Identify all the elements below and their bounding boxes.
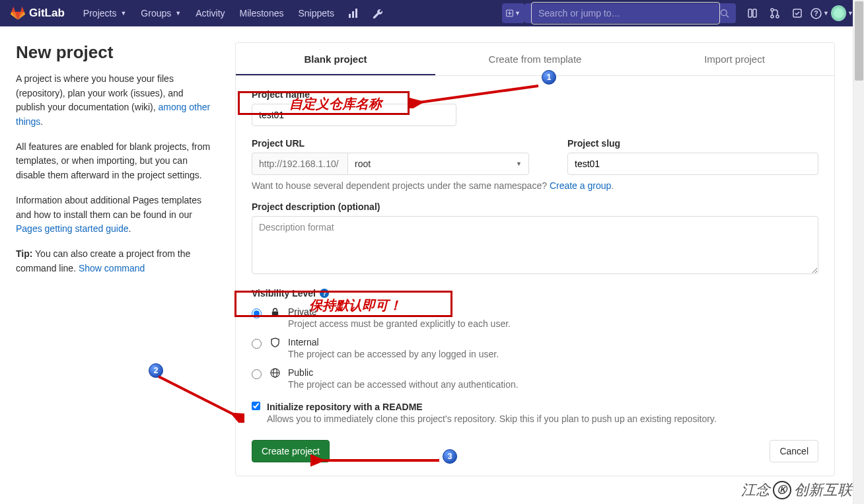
visibility-private[interactable]: PrivateProject access must be granted ex…	[252, 306, 818, 329]
scrollbar-thumb[interactable]	[855, 1, 863, 81]
brand-text: GitLab	[29, 7, 65, 20]
namespace-hint: Want to house several dependent projects…	[252, 180, 818, 191]
visibility-level-label: Visibility Level	[252, 288, 316, 299]
project-url-label: Project URL	[252, 138, 546, 149]
scrollbar[interactable]	[853, 0, 864, 503]
chevron-down-icon: ▼	[120, 10, 126, 17]
watermark: 江念 Ⓚ 创新互联	[741, 480, 852, 500]
project-slug-input[interactable]	[567, 153, 818, 175]
shield-icon	[270, 338, 280, 347]
chevron-down-icon: ▼	[175, 10, 181, 17]
tabs: Blank project Create from template Impor…	[236, 43, 834, 76]
merge-requests-icon[interactable]	[764, 3, 786, 23]
project-desc-label: Project description (optional)	[252, 201, 818, 212]
search-input[interactable]	[531, 2, 720, 24]
project-name-label: Project name	[252, 89, 818, 100]
main-nav: Projects▼ Groups▼ Activity Milestones Sn…	[77, 3, 388, 23]
svg-point-9	[776, 15, 779, 18]
page-title: New project	[16, 42, 214, 63]
chevron-down-icon: ▼	[515, 10, 521, 17]
pages-guide-link[interactable]: Pages getting started guide	[16, 223, 128, 234]
tab-import-project[interactable]: Import project	[635, 43, 834, 75]
visibility-private-radio[interactable]	[252, 308, 262, 318]
svg-rect-2	[355, 9, 357, 18]
help-icon[interactable]: ?▼	[809, 3, 831, 23]
svg-point-8	[771, 15, 774, 18]
create-project-button[interactable]: Create project	[252, 440, 330, 462]
nav-activity[interactable]: Activity	[189, 4, 231, 22]
nav-groups[interactable]: Groups▼	[134, 4, 188, 22]
svg-point-4	[721, 9, 727, 15]
chevron-down-icon: ▼	[823, 10, 829, 17]
svg-rect-5	[748, 9, 752, 17]
initialize-readme[interactable]: Initialize repository with a README Allo…	[252, 402, 818, 424]
svg-rect-1	[352, 11, 354, 18]
sidebar-info: New project A project is where you house…	[16, 42, 214, 476]
issues-icon[interactable]	[741, 3, 764, 23]
chevron-down-icon: ▼	[516, 161, 522, 167]
initialize-readme-checkbox[interactable]	[252, 402, 260, 410]
new-dropdown[interactable]: ▼	[502, 3, 524, 23]
visibility-internal-radio[interactable]	[252, 339, 262, 349]
top-nav: GitLab Projects▼ Groups▼ Activity Milest…	[0, 0, 864, 26]
svg-rect-6	[753, 9, 756, 17]
tanuki-icon	[11, 6, 25, 20]
wrench-icon[interactable]	[366, 3, 388, 23]
global-search[interactable]	[524, 3, 736, 23]
watermark-logo-icon: Ⓚ	[773, 481, 791, 499]
search-icon	[720, 9, 729, 18]
svg-text:?: ?	[814, 9, 818, 17]
nav-snippets[interactable]: Snippets	[291, 4, 340, 22]
show-command-link[interactable]: Show command	[79, 263, 145, 273]
visibility-public[interactable]: PublicThe project can be accessed withou…	[252, 367, 818, 390]
visibility-internal[interactable]: InternalThe project can be accessed by a…	[252, 337, 818, 359]
lock-icon	[270, 307, 280, 317]
nav-milestones[interactable]: Milestones	[233, 4, 291, 22]
svg-rect-0	[349, 14, 351, 18]
gitlab-logo[interactable]: GitLab	[11, 6, 65, 20]
project-url-base: http://192.168.1.10/	[252, 153, 347, 175]
cancel-button[interactable]: Cancel	[770, 440, 818, 462]
user-menu[interactable]: ▼	[831, 3, 853, 23]
project-slug-label: Project slug	[567, 138, 818, 149]
create-group-link[interactable]: Create a group	[550, 180, 611, 191]
globe-icon	[270, 368, 280, 378]
avatar	[831, 5, 846, 21]
project-name-input[interactable]	[252, 104, 456, 126]
tab-blank-project[interactable]: Blank project	[236, 43, 435, 75]
visibility-public-radio[interactable]	[252, 369, 262, 379]
help-icon[interactable]: ?	[320, 289, 329, 298]
project-desc-input[interactable]	[252, 216, 818, 274]
svg-rect-13	[271, 312, 277, 317]
svg-point-7	[771, 9, 774, 11]
tab-create-from-template[interactable]: Create from template	[435, 43, 635, 75]
nav-projects[interactable]: Projects▼	[77, 4, 133, 22]
chart-icon[interactable]	[342, 3, 365, 23]
namespace-select[interactable]: root▼	[347, 153, 529, 175]
project-form-panel: Blank project Create from template Impor…	[235, 42, 835, 476]
todos-icon[interactable]	[786, 3, 809, 23]
